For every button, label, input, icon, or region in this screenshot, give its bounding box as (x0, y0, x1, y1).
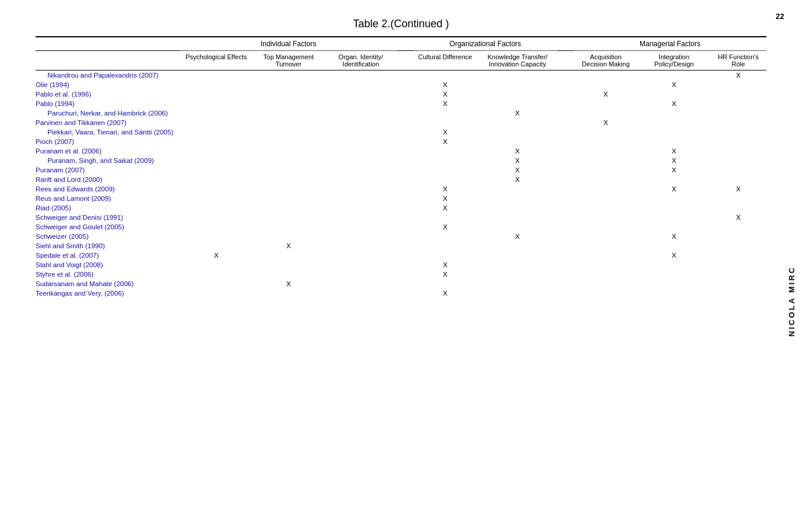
psych-cell (180, 127, 253, 137)
ref-cell: Reus and Lamont (2009) (36, 194, 180, 203)
cultural-cell (413, 279, 477, 289)
ref-cell: Sudarsanam and Mahate (2006) (36, 279, 180, 289)
acquisition-cell (574, 108, 638, 118)
top-cell (253, 213, 325, 222)
hr-cell (710, 270, 766, 279)
cultural-cell: X (413, 194, 477, 203)
main-table: Individual Factors Organizational Factor… (36, 36, 766, 298)
hr-cell (710, 137, 766, 146)
table-row: Nikandrou and Papalexandris (2007)X (36, 70, 766, 81)
acquisition-cell (574, 279, 638, 289)
integration-cell: X (638, 80, 710, 89)
psych-cell (180, 289, 253, 298)
top-cell: X (253, 241, 325, 251)
organ-cell (325, 175, 397, 184)
cultural-cell (413, 165, 477, 175)
hr-cell (710, 175, 766, 184)
col-acquisition: Acquisition Decision Making (574, 51, 638, 70)
knowledge-cell (477, 70, 557, 81)
acquisition-cell (574, 184, 638, 194)
top-cell (253, 251, 325, 260)
acquisition-cell (574, 99, 638, 108)
table-row: Olie (1994)XX (36, 80, 766, 89)
col-psychological: Psychological Effects (180, 51, 253, 70)
organ-cell (325, 156, 397, 165)
cultural-cell (413, 146, 477, 156)
table-row: Paruchuri, Nerkar, and Hambrick (2006)X (36, 108, 766, 118)
table-body: Nikandrou and Papalexandris (2007)XOlie … (36, 70, 766, 299)
acquisition-cell (574, 127, 638, 137)
acquisition-cell (574, 165, 638, 175)
hr-cell (710, 222, 766, 232)
table-title: Table 2.(Continued ) (36, 18, 766, 30)
ref-cell: Rees and Edwards (2009) (36, 184, 180, 194)
ref-cell: Parvinen and Tikkanen (2007) (36, 118, 180, 127)
knowledge-cell (477, 279, 557, 289)
knowledge-cell (477, 99, 557, 108)
ref-cell: Teerikangas and Very, (2006) (36, 289, 180, 298)
ref-cell: Pablo et al. (1996) (36, 89, 180, 99)
knowledge-cell (477, 213, 557, 222)
top-cell (253, 260, 325, 270)
top-cell (253, 175, 325, 184)
hr-cell (710, 289, 766, 298)
hr-cell (710, 241, 766, 251)
table-row: Puranam (2007)XX (36, 165, 766, 175)
integration-cell (638, 213, 710, 222)
managerial-factors-header: Managerial Factors (574, 37, 766, 51)
acquisition-cell (574, 213, 638, 222)
ref-cell: Nikandrou and Papalexandris (2007) (36, 70, 180, 81)
organ-cell (325, 222, 397, 232)
top-cell (253, 165, 325, 175)
table-row: Siehl and Smith (1990)X (36, 241, 766, 251)
integration-cell (638, 118, 710, 127)
top-cell (253, 270, 325, 279)
table-row: Sudarsanam and Mahate (2006)X (36, 279, 766, 289)
top-cell (253, 146, 325, 156)
acquisition-cell (574, 251, 638, 260)
psych-cell (180, 146, 253, 156)
knowledge-cell (477, 194, 557, 203)
acquisition-cell (574, 70, 638, 81)
ref-cell: Piekkari, Vaara, Tienari, and Säntti (20… (36, 127, 180, 137)
top-cell (253, 80, 325, 89)
knowledge-cell: X (477, 146, 557, 156)
integration-cell (638, 279, 710, 289)
organizational-factors-header: Organizational Factors (413, 37, 558, 51)
ref-cell: Puranam et al. (2006) (36, 146, 180, 156)
table-row: Schweiger and Denisi (1991)X (36, 213, 766, 222)
hr-cell (710, 99, 766, 108)
ref-cell: Pioch (2007) (36, 137, 180, 146)
organ-cell (325, 279, 397, 289)
psych-cell (180, 156, 253, 165)
acquisition-cell (574, 137, 638, 146)
integration-cell (638, 127, 710, 137)
psych-cell (180, 222, 253, 232)
acquisition-cell (574, 175, 638, 184)
organ-cell (325, 270, 397, 279)
acquisition-cell (574, 194, 638, 203)
table-row: Schweizer (2005)XX (36, 232, 766, 241)
top-cell (253, 222, 325, 232)
page-number: 22 (776, 12, 784, 21)
organ-cell (325, 127, 397, 137)
acquisition-cell (574, 260, 638, 270)
top-cell (253, 289, 325, 298)
knowledge-cell (477, 222, 557, 232)
hr-cell (710, 251, 766, 260)
integration-cell (638, 203, 710, 213)
psych-cell (180, 270, 253, 279)
knowledge-cell (477, 89, 557, 99)
table-row: Rees and Edwards (2009)XXX (36, 184, 766, 194)
integration-cell (638, 137, 710, 146)
knowledge-cell (477, 260, 557, 270)
organ-cell (325, 137, 397, 146)
ref-cell: Olie (1994) (36, 80, 180, 89)
cultural-cell: X (413, 89, 477, 99)
integration-cell: X (638, 165, 710, 175)
psych-cell (180, 89, 253, 99)
psych-cell (180, 184, 253, 194)
integration-cell (638, 241, 710, 251)
top-cell (253, 70, 325, 81)
ref-cell: Schweiger and Goulet (2005) (36, 222, 180, 232)
